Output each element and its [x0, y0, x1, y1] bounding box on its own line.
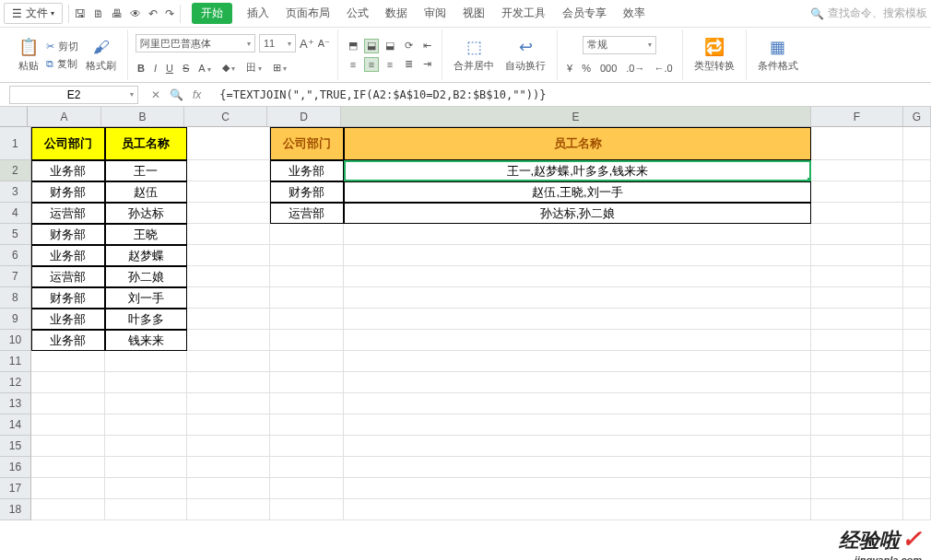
increase-font-icon[interactable]: A⁺ — [300, 37, 314, 51]
number-format-select[interactable]: 常规▾ — [583, 36, 656, 54]
fill-color-button[interactable]: ◆▾ — [220, 61, 239, 75]
formula-input[interactable]: {=TEXTJOIN(",",TRUE,IF(A2:$A$10=D2,B2:$B… — [214, 88, 931, 101]
cell-B2[interactable]: 王一 — [105, 160, 188, 181]
col-header-A[interactable]: A — [28, 107, 101, 126]
cell-B5[interactable]: 王晓 — [105, 224, 188, 245]
cell-C5[interactable] — [187, 224, 270, 245]
search-box[interactable]: 🔍 查找命令、搜索模板 — [810, 6, 927, 21]
preview-icon[interactable]: 👁 — [130, 7, 141, 20]
cell-D7[interactable] — [270, 266, 344, 287]
cell-D8[interactable] — [270, 287, 344, 309]
cell-B10[interactable]: 钱来来 — [105, 330, 188, 351]
select-all-corner[interactable] — [0, 107, 28, 126]
font-name-select[interactable]: 阿里巴巴普惠体▾ — [136, 34, 255, 52]
cell-C8[interactable] — [187, 287, 270, 309]
cell-E3[interactable]: 赵伍,王晓,刘一手 — [344, 181, 812, 203]
cell-F11[interactable] — [811, 351, 903, 372]
cell-F1[interactable] — [811, 127, 903, 160]
col-header-D[interactable]: D — [267, 107, 341, 126]
cell-A16[interactable] — [31, 457, 105, 478]
fx-icon[interactable]: fx — [193, 88, 201, 101]
cell-G17[interactable] — [903, 478, 931, 499]
cond-format-button[interactable]: ▦条件格式 — [754, 37, 802, 73]
cell-G8[interactable] — [903, 287, 931, 309]
tab-review[interactable]: 审阅 — [422, 2, 448, 25]
cell-B11[interactable] — [105, 351, 188, 372]
cell-C6[interactable] — [187, 245, 270, 266]
cell-D15[interactable] — [270, 436, 344, 457]
italic-button[interactable]: I — [152, 62, 159, 75]
dec-dec-icon[interactable]: ←.0 — [652, 62, 674, 75]
cell-B12[interactable] — [105, 372, 188, 393]
cell-F4[interactable] — [811, 203, 903, 224]
print-icon[interactable]: 🖶 — [112, 7, 123, 20]
indent-dec-icon[interactable]: ⇤ — [419, 39, 434, 53]
cell-D10[interactable] — [270, 330, 344, 351]
zoom-icon[interactable]: 🔍 — [170, 88, 183, 101]
cell-G9[interactable] — [903, 309, 931, 330]
undo-icon[interactable]: ↶ — [148, 7, 158, 20]
cell-E10[interactable] — [344, 330, 812, 351]
orient-icon[interactable]: ⟳ — [401, 39, 416, 53]
row-header[interactable]: 18 — [0, 499, 31, 520]
cancel-icon[interactable]: ✕ — [151, 88, 160, 101]
cell-G14[interactable] — [903, 414, 931, 436]
cell-D11[interactable] — [270, 351, 344, 372]
cell-C10[interactable] — [187, 330, 270, 351]
bold-button[interactable]: B — [136, 62, 147, 75]
align-top-icon[interactable]: ⬒ — [346, 39, 360, 53]
cell-A3[interactable]: 财务部 — [31, 181, 105, 203]
currency-icon[interactable]: ¥ — [565, 62, 574, 75]
tab-start[interactable]: 开始 — [192, 3, 232, 24]
row-header[interactable]: 9 — [0, 309, 31, 330]
col-header-F[interactable]: F — [811, 107, 903, 126]
cell-G15[interactable] — [903, 436, 931, 457]
underline-button[interactable]: U — [164, 62, 175, 75]
cell-C14[interactable] — [187, 414, 270, 436]
cell-E4[interactable]: 孙达标,孙二娘 — [344, 203, 812, 224]
cell-G11[interactable] — [903, 351, 931, 372]
row-header[interactable]: 15 — [0, 436, 31, 457]
comma-icon[interactable]: 000 — [598, 62, 619, 75]
row-header[interactable]: 16 — [0, 457, 31, 478]
cell-F15[interactable] — [811, 436, 903, 457]
cell-D13[interactable] — [270, 393, 344, 414]
file-menu[interactable]: ☰ 文件 ▾ — [4, 3, 63, 24]
cell-A17[interactable] — [31, 478, 105, 499]
cell-F9[interactable] — [811, 309, 903, 330]
row-header[interactable]: 8 — [0, 287, 31, 309]
redo-icon[interactable]: ↷ — [165, 7, 174, 20]
cell-D16[interactable] — [270, 457, 344, 478]
tab-view[interactable]: 视图 — [461, 2, 487, 25]
cell-F8[interactable] — [811, 287, 903, 309]
cell-C3[interactable] — [187, 181, 270, 203]
cell-G3[interactable] — [903, 181, 931, 203]
cell-C12[interactable] — [187, 372, 270, 393]
cell-F5[interactable] — [811, 224, 903, 245]
cell-F17[interactable] — [811, 478, 903, 499]
cell-D5[interactable] — [270, 224, 344, 245]
tab-dev[interactable]: 开发工具 — [500, 2, 548, 25]
cell-F6[interactable] — [811, 245, 903, 266]
row-header[interactable]: 2 — [0, 160, 31, 181]
cell-E16[interactable] — [344, 457, 812, 478]
tab-vip[interactable]: 会员专享 — [560, 2, 608, 25]
col-header-B[interactable]: B — [101, 107, 184, 126]
cell-G16[interactable] — [903, 457, 931, 478]
cell-C11[interactable] — [187, 351, 270, 372]
cell-E6[interactable] — [344, 245, 812, 266]
cell-A12[interactable] — [31, 372, 105, 393]
row-header[interactable]: 12 — [0, 372, 31, 393]
col-header-G[interactable]: G — [903, 107, 931, 126]
cell-G6[interactable] — [903, 245, 931, 266]
cell-D4[interactable]: 运营部 — [270, 203, 344, 224]
cell-A2[interactable]: 业务部 — [31, 160, 105, 181]
cell-A1[interactable]: 公司部门 — [31, 127, 105, 160]
row-header[interactable]: 10 — [0, 330, 31, 351]
cell-B18[interactable] — [105, 499, 188, 520]
cell-G2[interactable] — [903, 160, 931, 181]
align-mid-icon[interactable]: ⬓ — [364, 39, 379, 53]
dec-inc-icon[interactable]: .0→ — [624, 62, 646, 75]
cell-E5[interactable] — [344, 224, 812, 245]
cell-B3[interactable]: 赵伍 — [105, 181, 188, 203]
